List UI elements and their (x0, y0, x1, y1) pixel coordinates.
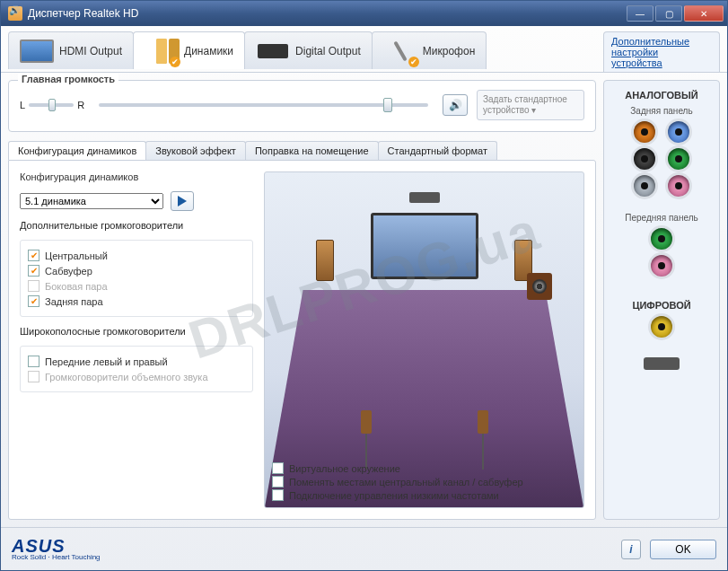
checkbox-side-pair: Боковая пара (28, 278, 245, 294)
digital-header: ЦИФРОВОЙ (632, 300, 690, 311)
checkbox-icon (272, 462, 284, 474)
volume-slider[interactable] (99, 103, 428, 107)
tab-microphone[interactable]: Микрофон (372, 31, 487, 69)
tab-speakers[interactable]: Динамики (133, 31, 245, 69)
jack-rear-orange[interactable] (634, 121, 655, 143)
brand-tagline: Rock Solid · Heart Touching (12, 554, 101, 560)
tab-hdmi-output[interactable]: HDMI Output (8, 31, 134, 69)
optional-speakers-group: Центральный Сабвуфер Боковая пара Задняя… (20, 240, 253, 317)
checkbox-icon (28, 356, 39, 367)
speaker-config-label: Конфигурация динамиков (20, 171, 253, 182)
footer: ASUS Rock Solid · Heart Touching i OK (1, 527, 727, 570)
jack-front-green[interactable] (651, 228, 672, 250)
chevron-down-icon: ▾ (531, 105, 536, 115)
front-panel-header: Передняя панель (625, 213, 697, 223)
device-advanced-link[interactable]: Дополнительные настройки устройства (611, 36, 689, 68)
device-advanced-link-panel: Дополнительные настройки устройства (603, 31, 720, 72)
subtab-default-format[interactable]: Стандартный формат (378, 141, 497, 160)
optional-speakers-label: Дополнительные громкоговорители (20, 220, 253, 231)
checkbox-subwoofer[interactable]: Сабвуфер (28, 263, 245, 278)
fullrange-speakers-group: Передние левый и правый Громкоговорители… (20, 346, 253, 392)
close-button[interactable]: ✕ (684, 5, 724, 22)
subtabs: Конфигурация динамиков Звуковой эффект П… (8, 141, 596, 160)
checkbox-icon (272, 476, 284, 488)
analog-header: АНАЛОГОВЫЙ (625, 90, 698, 101)
subtab-area: Конфигурация динамиков Звуковой эффект П… (8, 141, 596, 520)
titlebar: Диспетчер Realtek HD — ▢ ✕ (1, 1, 727, 26)
config-left-panel: Конфигурация динамиков 5.1 динамика Допо… (20, 171, 253, 508)
main-volume-group: Главная громкость L R 🔊 Задать стандарт (8, 80, 596, 132)
mute-button[interactable]: 🔊 (443, 94, 468, 116)
connector-panel: АНАЛОГОВЫЙ Задняя панель Передняя панель (603, 80, 720, 520)
rear-panel-header: Задняя панель (630, 106, 692, 116)
main-row: Главная громкость L R 🔊 Задать стандарт (1, 73, 727, 527)
left-column: Главная громкость L R 🔊 Задать стандарт (8, 80, 596, 520)
subwoofer-icon[interactable] (527, 273, 552, 300)
checkbox-icon (272, 489, 284, 501)
balance-track (29, 103, 74, 107)
tab-label: Digital Output (295, 45, 361, 57)
tab-label: Динамики (184, 45, 233, 57)
jack-rear-blue[interactable] (668, 121, 689, 143)
main-volume-legend: Главная громкость (18, 74, 118, 84)
checkbox-icon (28, 265, 39, 277)
jack-rear-grey[interactable] (634, 175, 655, 197)
jack-rear-pink[interactable] (668, 175, 689, 197)
balance-thumb[interactable] (48, 99, 56, 111)
realtek-window: Диспетчер Realtek HD — ▢ ✕ HDMI Output Д… (0, 0, 728, 571)
receiver-icon (256, 37, 290, 66)
jack-digital-coax[interactable] (651, 316, 672, 338)
checkbox-surround: Громкоговорители объемного звука (28, 369, 245, 384)
fullrange-speakers-label: Широкополосные громкоговорители (20, 326, 253, 337)
front-left-speaker-icon[interactable] (316, 240, 334, 281)
checkbox-swap-center-sub[interactable]: Поменять местами центральный канал / саб… (272, 475, 576, 488)
jack-front-pink[interactable] (651, 255, 672, 277)
ok-button[interactable]: OK (650, 540, 716, 559)
spdif-connector-icon[interactable] (644, 357, 680, 370)
rear-left-speaker-icon[interactable] (361, 410, 372, 434)
room-option-checks: Виртуальное окружение Поменять местами ц… (272, 461, 576, 502)
jack-rear-green[interactable] (668, 148, 689, 170)
rear-right-speaker-icon[interactable] (478, 410, 488, 434)
checkbox-rear-pair[interactable]: Задняя пара (28, 294, 245, 309)
center-speaker-icon[interactable] (409, 192, 440, 203)
subtab-speaker-config[interactable]: Конфигурация динамиков (8, 141, 146, 160)
subtab-sound-effect[interactable]: Звуковой эффект (145, 141, 246, 160)
checkbox-icon (28, 250, 39, 261)
speaker-config-select[interactable]: 5.1 динамика (20, 193, 163, 209)
checkbox-icon (28, 295, 39, 307)
checkbox-center[interactable]: Центральный (28, 248, 245, 263)
checkbox-icon (28, 371, 39, 382)
monitor-icon (20, 37, 54, 66)
room-visualization: Виртуальное окружение Поменять местами ц… (264, 171, 584, 508)
tab-digital-output[interactable]: Digital Output (244, 31, 373, 69)
subtab-content: Конфигурация динамиков 5.1 динамика Допо… (8, 160, 596, 520)
checkbox-bass-management[interactable]: Подключение управления низкими частотами (272, 488, 576, 502)
checkbox-icon (28, 280, 39, 292)
volume-thumb[interactable] (383, 98, 392, 112)
tab-label: Микрофон (423, 45, 475, 57)
tv-icon (371, 213, 478, 279)
app-icon (8, 6, 22, 21)
speakers-icon (145, 37, 179, 66)
balance-slider[interactable]: L R (20, 100, 84, 110)
checkbox-virtual-surround[interactable]: Виртуальное окружение (272, 461, 576, 475)
balance-right-label: R (77, 100, 84, 110)
balance-left-label: L (20, 100, 25, 110)
sound-icon: 🔊 (449, 99, 462, 111)
client-area: HDMI Output Динамики Digital Output Микр… (1, 26, 727, 570)
device-tabs: HDMI Output Динамики Digital Output Микр… (1, 26, 727, 73)
minimize-button[interactable]: — (627, 5, 653, 22)
checkbox-front-lr[interactable]: Передние левый и правый (28, 354, 245, 369)
maximize-button[interactable]: ▢ (655, 5, 682, 22)
microphone-icon (383, 37, 417, 66)
tab-label: HDMI Output (59, 45, 122, 57)
jack-rear-black[interactable] (634, 148, 655, 170)
subtab-room-correction[interactable]: Поправка на помещение (245, 141, 379, 160)
test-play-button[interactable] (171, 191, 194, 211)
set-default-device-dropdown[interactable]: Задать стандартное устройство ▾ (477, 90, 584, 120)
info-button[interactable]: i (621, 540, 641, 559)
brand-logo: ASUS Rock Solid · Heart Touching (12, 538, 101, 560)
window-buttons: — ▢ ✕ (627, 5, 724, 22)
window-title: Диспетчер Realtek HD (28, 7, 627, 20)
